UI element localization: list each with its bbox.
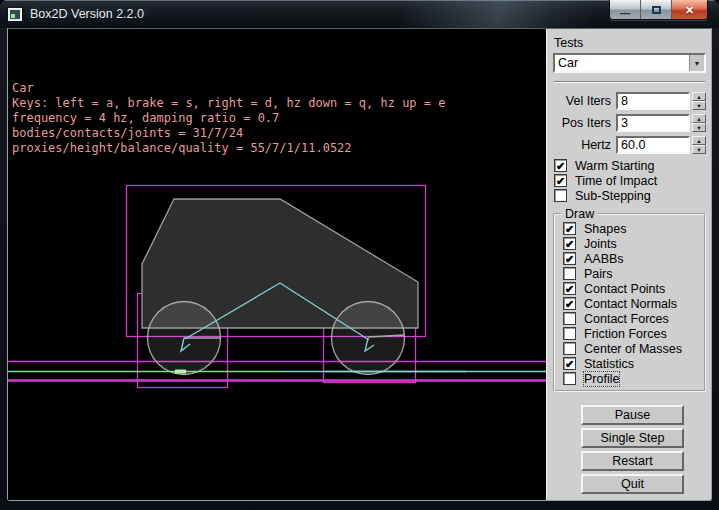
checkbox-row[interactable]: ✔ Time of Impact — [554, 173, 706, 188]
close-icon: ✕ — [685, 4, 694, 17]
checkbox[interactable]: ✔ — [554, 174, 567, 187]
spinner-input[interactable] — [616, 92, 690, 110]
checkbox[interactable]: ✔ — [554, 159, 567, 172]
spinner-up-button[interactable]: ▲ — [692, 114, 706, 123]
checkbox-row[interactable]: ✔ Shapes — [563, 221, 704, 236]
chevron-down-icon: ▼ — [694, 60, 701, 67]
debug-text-line: proxies/height/balance/quality = 55/7/1/… — [12, 141, 445, 156]
tests-label: Tests — [554, 36, 706, 50]
checkbox[interactable]: ✔ — [563, 297, 576, 310]
checkbox-label: Statistics — [584, 357, 634, 371]
tests-dropdown-button[interactable]: ▼ — [689, 55, 704, 71]
spinner-up-button[interactable]: ▲ — [692, 92, 706, 101]
checkbox-label: Profile — [584, 372, 619, 386]
minimize-button[interactable]: — — [610, 0, 641, 20]
checkbox[interactable]: ✔ — [563, 252, 576, 265]
spinner-input[interactable] — [616, 136, 690, 154]
checkbox-row[interactable]: Contact Forces — [563, 311, 704, 326]
checkbox[interactable]: ✔ — [563, 222, 576, 235]
spinner-row: Pos Iters ▲▼ — [553, 114, 706, 132]
checkbox-row[interactable]: Center of Masses — [563, 341, 704, 356]
debug-text-line: bodies/contacts/joints = 31/7/24 — [12, 126, 445, 141]
checkbox[interactable] — [554, 189, 567, 202]
checkbox[interactable]: ✔ — [563, 357, 576, 370]
checkbox[interactable] — [563, 267, 576, 280]
action-button[interactable]: Pause — [581, 405, 684, 425]
checkbox-row[interactable]: ✔ Contact Points — [563, 281, 704, 296]
action-button[interactable]: Quit — [581, 474, 684, 494]
action-button[interactable]: Restart — [581, 451, 684, 471]
close-button[interactable]: ✕ — [672, 0, 707, 20]
spinner-buttons: ▲▼ — [692, 92, 706, 110]
checkbox[interactable] — [563, 342, 576, 355]
action-buttons: PauseSingle StepRestartQuit — [553, 405, 706, 494]
debug-text-line: Keys: left = a, brake = s, right = d, hz… — [12, 96, 445, 111]
checkbox-row[interactable]: Sub-Stepping — [554, 188, 706, 203]
checkbox-label: Center of Masses — [584, 342, 682, 356]
spinner-down-button[interactable]: ▼ — [692, 101, 706, 110]
checkbox-label: Contact Points — [584, 282, 665, 296]
app-icon-dot — [11, 14, 15, 18]
spinner-up-button[interactable]: ▲ — [692, 136, 706, 145]
spinner-down-button[interactable]: ▼ — [692, 145, 706, 154]
window-title: Box2D Version 2.2.0 — [30, 7, 144, 21]
simulation-canvas[interactable]: CarKeys: left = a, brake = s, right = d,… — [8, 29, 546, 500]
sim-checkboxes: ✔ Warm Starting ✔ Time of Impact Sub-Ste… — [554, 158, 706, 203]
checkbox-label: Warm Starting — [575, 159, 654, 173]
draw-group-label: Draw — [562, 207, 597, 221]
tests-selected-value: Car — [555, 55, 689, 71]
debug-text-line: Car — [12, 81, 445, 96]
draw-checkboxes: ✔ Shapes ✔ Joints ✔ AABBs — [563, 221, 704, 386]
checkbox[interactable]: ✔ — [563, 282, 576, 295]
debug-text-line: frequency = 4 hz, damping ratio = 0.7 — [12, 111, 445, 126]
caption-buttons: — ✕ — [609, 0, 708, 20]
checkbox-row[interactable]: ✔ Statistics — [563, 356, 704, 371]
spinner-down-button[interactable]: ▼ — [692, 123, 706, 132]
checkbox[interactable] — [563, 312, 576, 325]
checkbox-label: Friction Forces — [584, 327, 667, 341]
checkbox[interactable] — [563, 327, 576, 340]
minimize-icon: — — [620, 11, 630, 17]
spinner-label: Vel Iters — [553, 94, 616, 108]
spinner-input[interactable] — [616, 114, 690, 132]
checkbox-label: Shapes — [584, 222, 626, 236]
checkbox-row[interactable]: ✔ Joints — [563, 236, 704, 251]
checkbox-label: Sub-Stepping — [575, 189, 651, 203]
checkbox-label: Time of Impact — [575, 174, 657, 188]
spinner-label: Pos Iters — [553, 116, 616, 130]
checkbox-row[interactable]: Profile — [563, 371, 704, 386]
checkbox[interactable]: ✔ — [563, 237, 576, 250]
checkbox-row[interactable]: Pairs — [563, 266, 704, 281]
app-icon — [8, 8, 22, 21]
checkbox[interactable] — [563, 372, 576, 385]
debug-text: CarKeys: left = a, brake = s, right = d,… — [12, 36, 445, 156]
spinner-rows: Vel Iters ▲▼ Pos Iters ▲▼ Hertz ▲▼ — [553, 92, 706, 154]
spinner-row: Vel Iters ▲▼ — [553, 92, 706, 110]
checkbox-row[interactable]: ✔ Contact Normals — [563, 296, 704, 311]
spinner-buttons: ▲▼ — [692, 136, 706, 154]
checkbox-row[interactable]: ✔ AABBs — [563, 251, 704, 266]
maximize-icon — [652, 6, 661, 14]
tests-dropdown[interactable]: Car ▼ — [553, 53, 706, 73]
control-panel: Tests Car ▼ Vel Iters ▲▼ Pos Iters — [546, 29, 711, 500]
box2d-window: Box2D Version 2.2.0 — ✕ — [0, 0, 719, 510]
draw-group: Draw ✔ Shapes ✔ Joints — [553, 207, 706, 392]
checkbox-row[interactable]: ✔ Warm Starting — [554, 158, 706, 173]
checkbox-label: Pairs — [584, 267, 612, 281]
client-area: CarKeys: left = a, brake = s, right = d,… — [7, 28, 712, 501]
checkbox-row[interactable]: Friction Forces — [563, 326, 704, 341]
spinner-buttons: ▲▼ — [692, 114, 706, 132]
checkbox-label: AABBs — [584, 252, 624, 266]
action-button[interactable]: Single Step — [581, 428, 684, 448]
spinner-row: Hertz ▲▼ — [553, 136, 706, 154]
checkbox-label: Joints — [584, 237, 617, 251]
spinner-label: Hertz — [553, 138, 616, 152]
contact-point-marker — [175, 370, 186, 374]
maximize-button[interactable] — [641, 0, 672, 20]
checkbox-label: Contact Forces — [584, 312, 669, 326]
checkbox-label: Contact Normals — [584, 297, 677, 311]
separator — [554, 81, 705, 83]
